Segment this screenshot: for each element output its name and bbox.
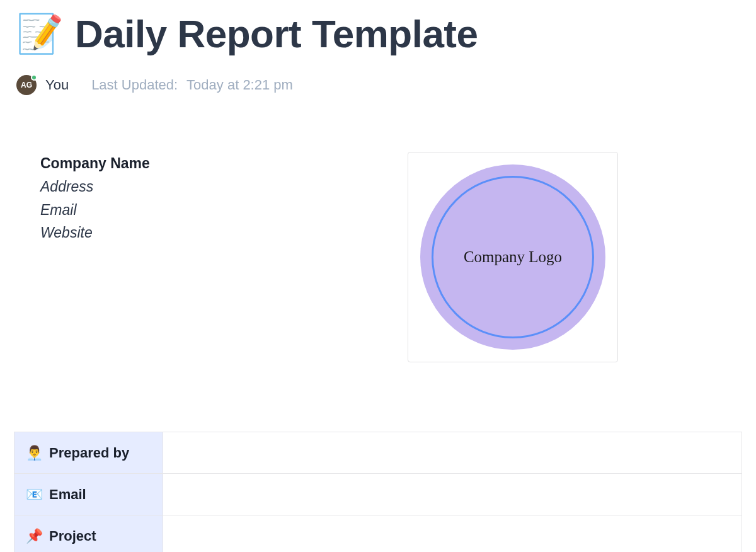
fields-table: 👨‍💼 Prepared by 📧 Email 📌 Project (14, 432, 742, 552)
meta-row: AG You Last Updated: Today at 2:21 pm (16, 75, 740, 95)
field-row-project: 📌 Project (14, 515, 742, 552)
logo-circle-outer: Company Logo (420, 164, 605, 350)
memo-icon: 📝 (16, 15, 64, 53)
logo-circle-inner: Company Logo (432, 176, 594, 338)
field-value-cell[interactable] (163, 432, 742, 473)
company-email: Email (40, 198, 150, 222)
field-row-email: 📧 Email (14, 474, 742, 515)
company-website: Website (40, 221, 150, 244)
company-logo-placeholder[interactable]: Company Logo (408, 152, 618, 362)
updated-label: Last Updated: (91, 77, 178, 93)
avatar[interactable]: AG (16, 75, 37, 95)
field-value-cell[interactable] (163, 515, 742, 552)
person-icon: 👨‍💼 (26, 445, 43, 461)
email-icon: 📧 (26, 486, 43, 503)
page-title[interactable]: Daily Report Template (75, 11, 478, 56)
field-label: Project (49, 528, 96, 544)
field-label-cell: 👨‍💼 Prepared by (14, 432, 163, 473)
company-address: Address (40, 175, 150, 198)
company-section: Company Name Address Email Website Compa… (16, 152, 740, 362)
field-label-cell: 📌 Project (14, 515, 163, 552)
field-label: Prepared by (49, 445, 129, 461)
company-name: Company Name (40, 152, 150, 175)
logo-text: Company Logo (464, 248, 562, 266)
presence-dot-icon (31, 74, 37, 81)
avatar-initials: AG (21, 81, 32, 89)
field-value-cell[interactable] (163, 474, 742, 515)
author-name: You (45, 77, 69, 93)
updated-value: Today at 2:21 pm (186, 77, 293, 93)
field-label-cell: 📧 Email (14, 474, 163, 515)
title-row: 📝 Daily Report Template (16, 11, 740, 56)
field-row-prepared-by: 👨‍💼 Prepared by (14, 432, 742, 474)
company-info[interactable]: Company Name Address Email Website (40, 152, 150, 362)
document-page: 📝 Daily Report Template AG You Last Upda… (0, 0, 756, 552)
field-label: Email (49, 486, 86, 503)
pin-icon: 📌 (26, 528, 43, 544)
